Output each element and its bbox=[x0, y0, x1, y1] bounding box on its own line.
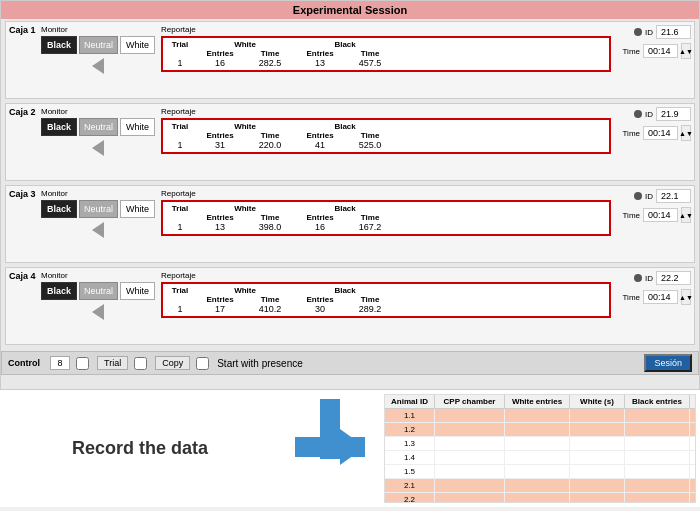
btn-white-4[interactable]: White bbox=[120, 282, 155, 300]
btn-neutral-4[interactable]: Neutral bbox=[79, 282, 118, 300]
id-section-2: ID 21.9 Time 00:14 ▲▼ bbox=[611, 107, 691, 141]
monitor-arrow-4 bbox=[41, 304, 155, 320]
id-row-1: ID 21.6 bbox=[634, 25, 691, 39]
btn-white-3[interactable]: White bbox=[120, 200, 155, 218]
th-white-3: White Entries Time bbox=[195, 204, 295, 222]
spin-btn-4[interactable]: ▲▼ bbox=[681, 289, 691, 305]
time-row-2: Time 00:14 ▲▼ bbox=[623, 125, 691, 141]
cage-label-3: Caja 3 bbox=[9, 189, 37, 199]
svg-marker-2 bbox=[340, 429, 365, 465]
th-black-1: Black Entries Time bbox=[295, 40, 395, 58]
reportaje-section-2: Reportaje Trial White Entries Time bbox=[161, 107, 611, 154]
id-section-4: ID 22.2 Time 00:14 ▲▼ bbox=[611, 271, 691, 305]
control-num-input[interactable] bbox=[50, 356, 70, 370]
table-row: 1.1 1 bbox=[385, 409, 695, 423]
data-table-4: Trial White Entries Time Black bbox=[161, 282, 611, 318]
reportaje-section-1: Reportaje Trial White Entries Time bbox=[161, 25, 611, 72]
data-row-2: 1 31 220.0 41 525.0 bbox=[165, 140, 607, 150]
results-table-section: Animal ID CPP chamber White entries Whit… bbox=[384, 394, 696, 503]
monitor-section-4: Monitor Black Neutral White bbox=[41, 271, 155, 320]
btn-neutral-1[interactable]: Neutral bbox=[79, 36, 118, 54]
dot-indicator-2 bbox=[634, 110, 642, 118]
monitor-label-4: Monitor bbox=[41, 271, 155, 280]
start-checkbox[interactable] bbox=[196, 357, 209, 370]
time-row-3: Time 00:14 ▲▼ bbox=[623, 207, 691, 223]
dot-indicator-1 bbox=[634, 28, 642, 36]
arrow-container bbox=[280, 390, 380, 507]
th-trial-2: Trial bbox=[165, 122, 195, 140]
btn-neutral-2[interactable]: Neutral bbox=[79, 118, 118, 136]
record-text-area: Record the data bbox=[0, 390, 280, 507]
monitor-buttons-2: Black Neutral White bbox=[41, 118, 155, 136]
monitor-label-3: Monitor bbox=[41, 189, 155, 198]
th-white-entries: White entries bbox=[505, 395, 570, 408]
id-value-1: 21.6 bbox=[656, 25, 691, 39]
btn-white-2[interactable]: White bbox=[120, 118, 155, 136]
monitor-buttons-4: Black Neutral White bbox=[41, 282, 155, 300]
id-value-3: 22.1 bbox=[656, 189, 691, 203]
id-row-3: ID 22.1 bbox=[634, 189, 691, 203]
reportaje-label-1: Reportaje bbox=[161, 25, 611, 34]
table-header-1: Trial White Entries Time Black bbox=[165, 40, 607, 58]
id-section-1: ID 21.6 Time 00:14 ▲▼ bbox=[611, 25, 691, 59]
spin-btn-3[interactable]: ▲▼ bbox=[681, 207, 691, 223]
time-row-1: Time 00:14 ▲▼ bbox=[623, 43, 691, 59]
th-trial-3: Trial bbox=[165, 204, 195, 222]
trial-checkbox[interactable] bbox=[76, 357, 89, 370]
table-row: 1.3 3 bbox=[385, 437, 695, 451]
monitor-section-1: Monitor Black Neutral White bbox=[41, 25, 155, 74]
th-black-s: Black (s) bbox=[690, 395, 696, 408]
record-text: Record the data bbox=[72, 438, 208, 459]
table-row: 2.2 7 bbox=[385, 493, 695, 503]
btn-black-1[interactable]: Black bbox=[41, 36, 77, 54]
arrow-left-icon-2 bbox=[92, 140, 104, 156]
arrow-left-icon-1 bbox=[92, 58, 104, 74]
id-row-4: ID 22.2 bbox=[634, 271, 691, 285]
monitor-label-1: Monitor bbox=[41, 25, 155, 34]
time-value-1: 00:14 bbox=[643, 44, 678, 58]
id-value-4: 22.2 bbox=[656, 271, 691, 285]
copy-button[interactable]: Copy bbox=[155, 356, 190, 370]
spin-btn-2[interactable]: ▲▼ bbox=[681, 125, 691, 141]
results-table-body: 1.1 1 1.2 2 1.3 3 1.4 4 1.5 5 2.1 bbox=[385, 409, 695, 503]
monitor-arrow-1 bbox=[41, 58, 155, 74]
reportaje-label-4: Reportaje bbox=[161, 271, 611, 280]
reportaje-label-3: Reportaje bbox=[161, 189, 611, 198]
monitor-buttons-3: Black Neutral White bbox=[41, 200, 155, 218]
th-black-4: Black Entries Time bbox=[295, 286, 395, 304]
table-row: 2.1 6 bbox=[385, 479, 695, 493]
btn-neutral-3[interactable]: Neutral bbox=[79, 200, 118, 218]
cage-row-4: Caja 4 Monitor Black Neutral White Repor… bbox=[5, 267, 695, 345]
monitor-section-2: Monitor Black Neutral White bbox=[41, 107, 155, 156]
results-table-header: Animal ID CPP chamber White entries Whit… bbox=[385, 395, 695, 409]
time-value-4: 00:14 bbox=[643, 290, 678, 304]
monitor-buttons-1: Black Neutral White bbox=[41, 36, 155, 54]
session-button[interactable]: Sesión bbox=[644, 354, 692, 372]
id-row-2: ID 21.9 bbox=[634, 107, 691, 121]
btn-white-1[interactable]: White bbox=[120, 36, 155, 54]
monitor-label-2: Monitor bbox=[41, 107, 155, 116]
big-arrow-icon bbox=[295, 399, 365, 499]
cage-row-2: Caja 2 Monitor Black Neutral White Repor… bbox=[5, 103, 695, 181]
control-label: Control bbox=[8, 358, 40, 368]
btn-black-4[interactable]: Black bbox=[41, 282, 77, 300]
data-table-1: Trial White Entries Time Black bbox=[161, 36, 611, 72]
bottom-section: Record the data Animal ID CPP chamber Wh… bbox=[0, 390, 700, 507]
th-black-entries: Black entries bbox=[625, 395, 690, 408]
th-cpp-chamber: CPP chamber bbox=[435, 395, 505, 408]
btn-black-3[interactable]: Black bbox=[41, 200, 77, 218]
monitor-arrow-3 bbox=[41, 222, 155, 238]
table-header-3: Trial White Entries Time Black bbox=[165, 204, 607, 222]
table-row: 1.2 2 bbox=[385, 423, 695, 437]
spin-btn-1[interactable]: ▲▼ bbox=[681, 43, 691, 59]
copy-checkbox[interactable] bbox=[134, 357, 147, 370]
table-row: 1.4 4 bbox=[385, 451, 695, 465]
experimental-session-panel: Experimental Session Caja 1 Monitor Blac… bbox=[0, 0, 700, 390]
trial-button[interactable]: Trial bbox=[97, 356, 128, 370]
cage-label-4: Caja 4 bbox=[9, 271, 37, 281]
id-value-2: 21.9 bbox=[656, 107, 691, 121]
dot-indicator-3 bbox=[634, 192, 642, 200]
btn-black-2[interactable]: Black bbox=[41, 118, 77, 136]
th-white-1: White Entries Time bbox=[195, 40, 295, 58]
data-table-2: Trial White Entries Time Black bbox=[161, 118, 611, 154]
